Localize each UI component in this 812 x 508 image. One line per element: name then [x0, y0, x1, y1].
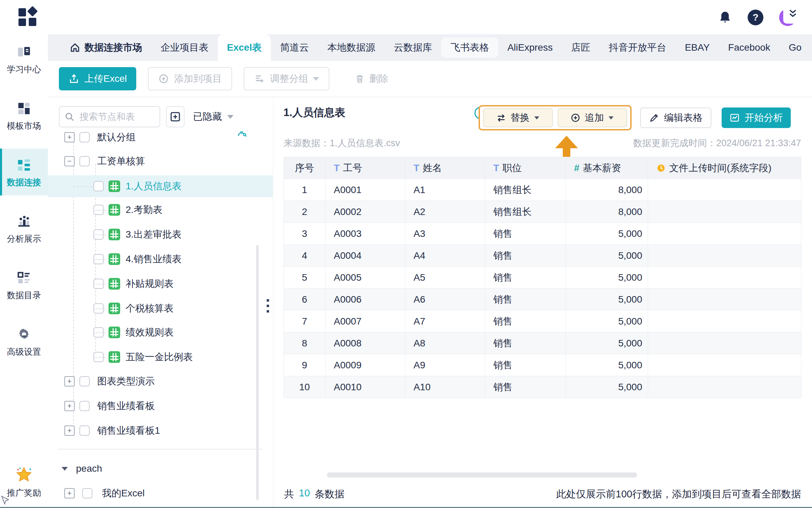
analysis-display-icon: [16, 214, 31, 229]
tab-facebook[interactable]: Facebook: [719, 34, 779, 61]
top-header: ? N: [0, 0, 812, 34]
checkbox[interactable]: [79, 426, 90, 436]
row-count-label: 共10条数据: [284, 487, 344, 501]
checkbox[interactable]: [82, 488, 92, 498]
expand-icon[interactable]: +: [64, 132, 75, 142]
expand-icon[interactable]: +: [64, 376, 75, 386]
help-icon[interactable]: ?: [748, 10, 763, 25]
expand-icon[interactable]: +: [64, 401, 75, 411]
tab-cloud-database[interactable]: 云数据库: [384, 34, 441, 61]
preview-limit-note: 此处仅展示前100行数据，添加到项目后可查看全部数据: [556, 487, 801, 501]
col-header-upload-time: 文件上传时间(系统字段): [648, 157, 801, 179]
adjust-group-button[interactable]: 调整分组: [244, 67, 329, 90]
tree-node-peach-workspace[interactable]: peach: [48, 458, 273, 480]
tab-dianjiang[interactable]: 店匠: [562, 34, 599, 61]
tree-node-table[interactable]: 2.考勤表: [48, 199, 273, 221]
toolbar: 上传Excel 添加到项目 调整分组 删除: [48, 61, 812, 97]
source-tabs: 数据连接市场 企业项目表 Excel表 简道云 本地数据源 云数据库 飞书表格 …: [48, 34, 812, 61]
checkbox[interactable]: [79, 401, 90, 411]
replace-button[interactable]: 替换: [483, 108, 553, 127]
expand-icon[interactable]: +: [64, 488, 75, 498]
table-row: 4A0004A4销售5,000: [284, 245, 801, 267]
add-node-button[interactable]: [166, 106, 185, 127]
tab-aliexpress[interactable]: AliExpress: [498, 34, 562, 61]
sidebar-item-analysis-display[interactable]: 分析展示: [0, 205, 48, 252]
adjust-group-icon: [254, 73, 265, 84]
table-icon: [109, 327, 120, 338]
upload-excel-button[interactable]: 上传Excel: [59, 67, 136, 90]
table-icon: [109, 180, 120, 192]
tree-search[interactable]: [59, 106, 160, 127]
tree-node-chart-demo-group[interactable]: + 图表类型演示: [48, 370, 273, 392]
col-header-index: 序号: [284, 157, 326, 179]
tree-node-table[interactable]: 补贴规则表: [48, 273, 273, 295]
tree-node-sales-board1-group[interactable]: + 销售业绩看板1: [48, 420, 273, 442]
app-logo[interactable]: [18, 8, 38, 27]
col-header-base-salary: #基本薪资: [566, 157, 648, 179]
tab-ebay[interactable]: EBAY: [675, 34, 719, 61]
table-preview-panel: 1.人员信息表 ? 替换 追加 编辑表格 开始分析 来源数据：1.人员信息表.c…: [281, 97, 812, 508]
checkbox[interactable]: [93, 181, 104, 191]
tree-node-table[interactable]: 3.出差审批表: [48, 224, 273, 245]
template-market-icon: [16, 101, 31, 116]
text-type-icon: T: [414, 163, 419, 174]
divider: [58, 449, 263, 449]
start-analysis-button[interactable]: 开始分析: [722, 107, 791, 128]
tab-excel[interactable]: Excel表: [218, 34, 271, 61]
sidebar-item-advanced-settings[interactable]: 高级设置: [0, 318, 48, 365]
sidebar-item-learning-center[interactable]: 学习中心: [0, 36, 48, 82]
add-to-project-button[interactable]: 添加到项目: [148, 67, 232, 90]
text-type-icon: T: [493, 163, 499, 174]
chevron-down-icon: [609, 116, 613, 119]
notification-bell-icon[interactable]: [718, 10, 732, 25]
panel-resize-handle[interactable]: [267, 299, 269, 313]
tab-local-datasource[interactable]: 本地数据源: [318, 34, 384, 61]
plus-square-icon: [169, 111, 181, 123]
chart-icon: [729, 113, 740, 123]
sidebar-item-data-catalog[interactable]: 数据目录: [0, 262, 48, 308]
tab-feishu-sheet[interactable]: 飞书表格: [441, 37, 498, 58]
tree-node-table[interactable]: 4.销售业绩表: [48, 248, 273, 270]
tree-node-sales-board-group[interactable]: + 销售业绩看板: [48, 395, 273, 417]
tree-node-table[interactable]: 绩效规则表: [48, 321, 273, 343]
sidebar-item-template-market[interactable]: 模板市场: [0, 92, 48, 139]
tree-node-my-excel-group[interactable]: + 我的Excel: [48, 482, 273, 504]
tree-node-default-group[interactable]: + 默认分组: [48, 131, 273, 148]
hidden-filter-dropdown[interactable]: 已隐藏: [193, 106, 233, 127]
tree-node-table[interactable]: 五险一金比例表: [48, 346, 273, 368]
collapse-icon[interactable]: −: [64, 156, 75, 166]
append-button[interactable]: 追加: [558, 108, 627, 127]
sidebar-item-promo-reward[interactable]: 推广奖励: [0, 466, 48, 498]
tab-douyin-open[interactable]: 抖音开放平台: [599, 34, 675, 61]
tab-data-market[interactable]: 数据连接市场: [60, 34, 151, 61]
tree-node-table[interactable]: 个税核算表: [48, 297, 273, 319]
expand-icon[interactable]: +: [64, 426, 75, 436]
tree-node-payroll-group[interactable]: − 工资单核算: [48, 150, 273, 172]
number-type-icon: #: [574, 163, 580, 174]
tree-list: + 默认分组 − 工资单核算 1.人员信息表 2.考: [48, 131, 273, 508]
checkbox[interactable]: [79, 376, 90, 386]
data-table: 序号 T工号 T姓名 T职位 #基本薪资 文件上传时间(系统字段) 1A0001…: [283, 157, 801, 398]
delete-button[interactable]: 删除: [341, 72, 388, 85]
horizontal-scrollbar[interactable]: [327, 472, 637, 478]
table-icon: [109, 303, 120, 314]
checkbox[interactable]: [79, 132, 90, 142]
edit-table-button[interactable]: 编辑表格: [640, 107, 711, 128]
table-icon: [109, 253, 120, 265]
plus-circle-icon: [158, 73, 169, 84]
tree-scrollbar[interactable]: [256, 245, 259, 500]
table-row: 7A0007A7销售5,000: [284, 310, 801, 332]
tab-jiandaoyun[interactable]: 简道云: [271, 34, 318, 61]
tree-node-table-selected[interactable]: 1.人员信息表: [48, 175, 273, 197]
tabs-expand-button[interactable]: [783, 3, 802, 24]
permission-icon[interactable]: [237, 131, 248, 138]
table-row: 1A0001A1销售组长8,000: [284, 179, 801, 201]
col-header-position: T职位: [485, 157, 566, 179]
tab-google-truncated[interactable]: Go: [779, 34, 801, 61]
mouse-cursor: [0, 495, 10, 505]
collapse-caret-icon[interactable]: [62, 467, 68, 471]
tab-enterprise-project[interactable]: 企业项目表: [151, 34, 218, 61]
search-input[interactable]: [79, 111, 152, 123]
sidebar-item-data-connection[interactable]: 数据连接: [0, 149, 48, 195]
checkbox[interactable]: [79, 156, 90, 166]
